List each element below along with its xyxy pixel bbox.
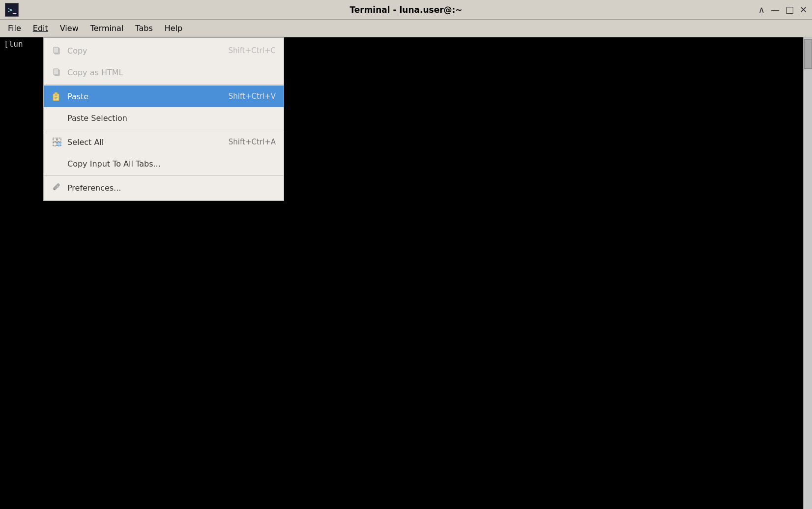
- menu-paste-label: Paste: [67, 92, 88, 101]
- copy-icon: [52, 45, 62, 56]
- menu-terminal[interactable]: Terminal: [85, 22, 130, 35]
- scrollbar[interactable]: [803, 37, 812, 509]
- menu-copy-label: Copy: [67, 46, 87, 56]
- svg-rect-12: [58, 142, 61, 146]
- menu-copy-input-label: Copy Input To All Tabs...: [67, 159, 161, 169]
- select-all-icon: [52, 137, 62, 147]
- titlebar: >_ Terminal - luna.user@:~ ∧ — □ ✕: [0, 0, 812, 20]
- menu-select-all-shortcut: Shift+Ctrl+A: [229, 138, 276, 146]
- titlebar-controls: ∧ — □ ✕: [758, 5, 807, 14]
- menu-paste-selection-label: Paste Selection: [67, 113, 127, 123]
- menu-item-select-all[interactable]: Select All Shift+Ctrl+A: [44, 131, 284, 153]
- titlebar-left: >_: [5, 3, 19, 17]
- titlebar-minimize-btn[interactable]: —: [771, 5, 780, 14]
- svg-rect-3: [54, 69, 58, 75]
- menu-item-copy-html[interactable]: Copy as HTML: [44, 61, 284, 83]
- menu-edit[interactable]: Edit: [27, 22, 54, 35]
- svg-rect-1: [54, 47, 58, 53]
- svg-rect-9: [53, 138, 57, 141]
- svg-rect-11: [53, 142, 57, 146]
- terminal-icon: >_: [5, 3, 19, 17]
- separator-1: [44, 84, 284, 85]
- menu-help[interactable]: Help: [159, 22, 188, 35]
- titlebar-close-btn[interactable]: ✕: [800, 5, 807, 14]
- menu-paste-shortcut: Shift+Ctrl+V: [229, 92, 276, 101]
- paste-icon: [52, 91, 62, 102]
- svg-rect-10: [58, 138, 61, 141]
- menu-item-paste-selection[interactable]: Paste Selection: [44, 107, 284, 129]
- scrollbar-thumb[interactable]: [804, 39, 812, 69]
- separator-3: [44, 175, 284, 176]
- titlebar-maximize-btn[interactable]: □: [785, 5, 794, 14]
- svg-point-13: [54, 189, 55, 190]
- preferences-icon: [52, 182, 62, 193]
- menu-view[interactable]: View: [54, 22, 85, 35]
- separator-2: [44, 130, 284, 130]
- menu-preferences-label: Preferences...: [67, 183, 121, 193]
- terminal-prompt: [lun: [4, 39, 23, 49]
- menu-item-copy-input[interactable]: Copy Input To All Tabs...: [44, 153, 284, 174]
- menu-copy-html-label: Copy as HTML: [67, 68, 123, 77]
- edit-dropdown-menu: Copy Shift+Ctrl+C Copy as HTML: [43, 37, 284, 201]
- menu-select-all-label: Select All: [67, 138, 104, 147]
- menu-item-preferences[interactable]: Preferences...: [44, 177, 284, 198]
- terminal-area: [lun Copy Shift+Ctrl+C: [0, 37, 812, 509]
- terminal-icon-text: >_: [7, 6, 17, 14]
- menu-copy-shortcut: Shift+Ctrl+C: [229, 46, 276, 55]
- menu-item-copy[interactable]: Copy Shift+Ctrl+C: [44, 40, 284, 61]
- menu-item-paste[interactable]: Paste Shift+Ctrl+V: [44, 85, 284, 107]
- copy-html-icon: [52, 67, 62, 78]
- titlebar-up-btn[interactable]: ∧: [758, 5, 765, 14]
- svg-rect-5: [55, 92, 58, 94]
- window-title: Terminal - luna.user@:~: [349, 5, 462, 15]
- menubar: File Edit View Terminal Tabs Help: [0, 20, 812, 37]
- menu-tabs[interactable]: Tabs: [129, 22, 158, 35]
- menu-file[interactable]: File: [2, 22, 27, 35]
